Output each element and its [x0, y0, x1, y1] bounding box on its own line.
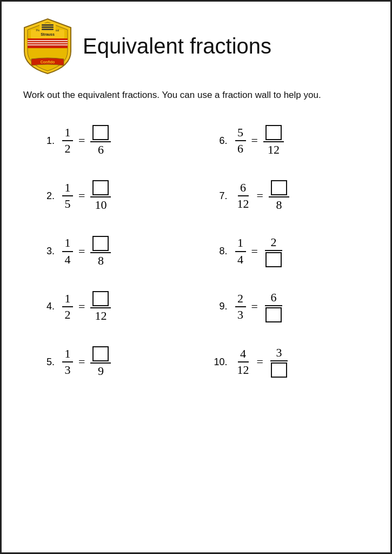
- svg-text:Strauss: Strauss: [41, 32, 55, 36]
- question-1: 1. 1 2 = 6: [23, 113, 196, 168]
- header: Strauss Preparatory School Confido Equiv…: [23, 18, 369, 75]
- q7-answer-box[interactable]: [271, 180, 287, 195]
- q2-fraction-left: 1 5: [62, 181, 73, 210]
- q9-number: 9.: [212, 301, 228, 312]
- q4-answer-box[interactable]: [92, 291, 109, 306]
- svg-rect-9: [42, 24, 54, 26]
- svg-text:Confido: Confido: [41, 60, 55, 64]
- q10-answer-box[interactable]: [271, 362, 287, 378]
- q6-fraction-left: 5 6: [235, 126, 246, 155]
- q1-fraction-right: 6: [90, 125, 111, 156]
- q5-number: 5.: [39, 357, 55, 368]
- svg-rect-0: [28, 38, 68, 48]
- q2-answer-box[interactable]: [92, 180, 109, 195]
- q9-fraction-left: 2 3: [235, 292, 246, 321]
- question-10: 10. 4 12 = 3: [196, 334, 369, 390]
- q3-answer-box[interactable]: [92, 236, 109, 251]
- q1-number: 1.: [39, 135, 55, 147]
- question-6: 6. 5 6 = 12: [196, 113, 369, 168]
- q10-fraction-left: 4 12: [235, 347, 251, 377]
- q10-number: 10.: [212, 357, 228, 368]
- question-5: 5. 1 3 = 9: [23, 334, 196, 390]
- q8-number: 8.: [212, 246, 228, 257]
- q7-fraction-left: 6 12: [235, 181, 251, 210]
- q1-fraction-left: 1 2: [62, 126, 73, 155]
- q4-fraction-right: 12: [90, 291, 111, 322]
- q6-number: 6.: [212, 135, 228, 147]
- question-3: 3. 1 4 = 8: [23, 224, 196, 279]
- q3-fraction-left: 1 4: [62, 236, 73, 266]
- q4-fraction-left: 1 2: [62, 292, 73, 321]
- svg-rect-10: [42, 27, 54, 28]
- q3-number: 3.: [39, 246, 55, 257]
- q7-number: 7.: [212, 190, 228, 202]
- page-title: Equivalent fractions: [83, 34, 271, 58]
- q5-answer-box[interactable]: [92, 346, 109, 361]
- q9-fraction-right: 6: [263, 291, 284, 322]
- school-logo: Strauss Preparatory School Confido: [23, 18, 72, 75]
- question-4: 4. 1 2 = 12: [23, 279, 196, 334]
- q2-fraction-right: 10: [90, 180, 111, 212]
- question-2: 2. 1 5 = 10: [23, 168, 196, 223]
- q2-number: 2.: [39, 190, 55, 202]
- questions-grid: 1. 1 2 = 6 6. 5 6 = 12: [23, 113, 369, 390]
- q4-number: 4.: [39, 301, 55, 312]
- q3-fraction-right: 8: [90, 236, 111, 267]
- worksheet-page: Strauss Preparatory School Confido Equiv…: [0, 0, 392, 554]
- q7-fraction-right: 8: [269, 180, 289, 212]
- q5-fraction-left: 1 3: [62, 347, 73, 377]
- question-7: 7. 6 12 = 8: [196, 168, 369, 223]
- instructions-text: Work out the equivalent fractions. You c…: [23, 88, 369, 102]
- q6-answer-box[interactable]: [265, 125, 282, 140]
- q5-fraction-right: 9: [90, 346, 111, 378]
- q9-answer-box[interactable]: [265, 307, 282, 322]
- q8-fraction-left: 1 4: [235, 236, 246, 266]
- svg-rect-11: [42, 29, 54, 30]
- q6-fraction-right: 12: [263, 125, 284, 156]
- q8-fraction-right: 2: [263, 236, 284, 267]
- q8-answer-box[interactable]: [265, 252, 282, 267]
- q1-answer-box[interactable]: [92, 125, 109, 140]
- question-8: 8. 1 4 = 2: [196, 224, 369, 279]
- q10-fraction-right: 3: [269, 346, 289, 378]
- question-9: 9. 2 3 = 6: [196, 279, 369, 334]
